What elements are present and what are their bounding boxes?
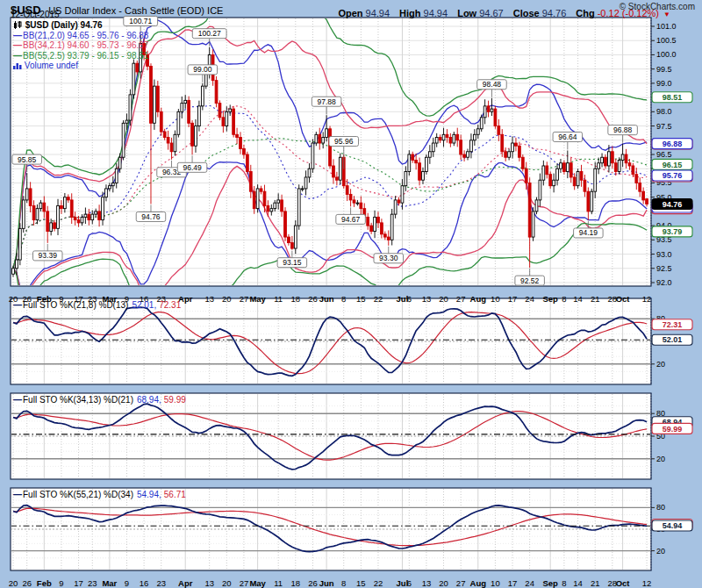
candle-body (353, 200, 355, 203)
candle-body (546, 166, 548, 175)
svg-text:15: 15 (356, 294, 366, 304)
bb-lower-line (13, 162, 647, 293)
svg-text:80: 80 (656, 409, 665, 418)
price-callout: 95.85 (12, 154, 42, 172)
candle-body (566, 163, 569, 172)
candle-body (47, 212, 49, 232)
candle-body (304, 177, 307, 189)
svg-text:28: 28 (608, 578, 618, 588)
candle-body (150, 66, 153, 123)
candle-body (308, 169, 311, 177)
svg-text:20: 20 (9, 578, 18, 588)
svg-text:93.15: 93.15 (283, 258, 302, 267)
price-callout: 98.48 (477, 80, 507, 97)
svg-text:54.94: 54.94 (663, 521, 683, 530)
candle-body (408, 154, 411, 171)
candle-body (442, 134, 445, 140)
open-value: 94.94 (366, 8, 390, 18)
candle-body (88, 214, 90, 219)
candle-body (91, 214, 94, 219)
candle-body (528, 183, 531, 237)
sto-panel-plot-2 (11, 404, 651, 470)
axis-badge: 96.87 (652, 139, 692, 149)
candle-body (535, 200, 538, 212)
candle-body (61, 205, 63, 208)
candle-body (233, 109, 235, 134)
axis-badge: 96.15 (652, 159, 692, 169)
candle-body (346, 186, 348, 195)
sto-panel-box-1 (11, 298, 651, 384)
candle-body (81, 217, 83, 222)
candle-body (453, 134, 455, 143)
candle-body (556, 169, 559, 180)
svg-text:94.19: 94.19 (579, 228, 598, 237)
candle-body (525, 169, 527, 183)
candle-body (208, 54, 211, 71)
svg-text:6: 6 (407, 294, 412, 304)
candle-body (326, 129, 328, 138)
svg-text:59.99: 59.99 (663, 425, 683, 434)
candle-body (153, 86, 155, 123)
sto-d-line (13, 508, 647, 546)
svg-text:13: 13 (204, 578, 214, 588)
candle-body (487, 106, 490, 111)
candle-body (181, 104, 183, 112)
price-callout: 96.88 (608, 125, 638, 143)
candle-body (625, 154, 627, 163)
svg-text:12: 12 (642, 294, 652, 304)
candle-body (498, 126, 500, 135)
sto3-label: Full STO %K(55,21) %D(34) (23, 490, 133, 499)
chg-label: Chg (576, 8, 594, 18)
sto-panel-2-header: —Full STO %K(34,13) %D(21)68.94,59.99 (13, 395, 186, 405)
candle-body (18, 228, 21, 260)
candle-body (270, 209, 273, 212)
legend-volume-row: Volume undef (13, 61, 148, 71)
candle-body (642, 191, 645, 200)
stockcharts-page: { "header": { "symbol": "$USD", "title":… (0, 0, 702, 588)
candle-body (50, 223, 53, 232)
candle-body (70, 200, 73, 217)
svg-text:94.60: 94.60 (663, 204, 683, 213)
candle-body (446, 134, 448, 137)
candle-body (204, 72, 207, 86)
candle-body (236, 134, 239, 137)
candle-body (315, 134, 318, 143)
svg-text:99.00: 99.00 (193, 65, 212, 74)
bb-lower-line (13, 166, 647, 298)
sto-panel-box-2 (11, 393, 651, 479)
candle-body (484, 106, 486, 118)
line-swatch-icon: — (13, 395, 22, 405)
svg-text:9: 9 (125, 578, 129, 588)
sto1-d-value: 72.31 (159, 300, 181, 310)
candle-body (256, 189, 259, 209)
price-callout: 94.76 (136, 204, 166, 221)
candle-body (587, 191, 590, 212)
svg-text:96.88: 96.88 (613, 125, 633, 134)
sto1-label: Full STO %K(21,8) %D(13) (23, 300, 128, 310)
candle-body (125, 120, 128, 123)
svg-text:95.76: 95.76 (663, 171, 683, 180)
candle-body (16, 260, 18, 269)
candle-body (111, 183, 114, 185)
candle-body (222, 118, 225, 126)
svg-text:9: 9 (59, 578, 63, 588)
candle-body (577, 171, 579, 185)
line-swatch-icon: — (13, 300, 22, 310)
candle-body (201, 86, 204, 106)
svg-text:95.96: 95.96 (334, 137, 354, 146)
line-swatch-icon: — (13, 31, 22, 40)
high-label: High (399, 8, 420, 18)
sto-d-line (13, 412, 647, 461)
svg-text:17: 17 (508, 294, 518, 304)
axis-badge: 95.73 (652, 171, 692, 182)
candle-body (67, 197, 69, 200)
svg-text:8: 8 (562, 294, 566, 304)
svg-text:96.87: 96.87 (663, 140, 683, 148)
svg-text:Jun: Jun (319, 578, 334, 588)
chart-date: 12-Oct-2015 (11, 10, 60, 19)
candle-body (618, 160, 620, 171)
sto-panel-box-3 (11, 488, 651, 570)
candle-body (512, 143, 514, 152)
candle-body (598, 163, 600, 169)
candle-body (160, 111, 162, 132)
